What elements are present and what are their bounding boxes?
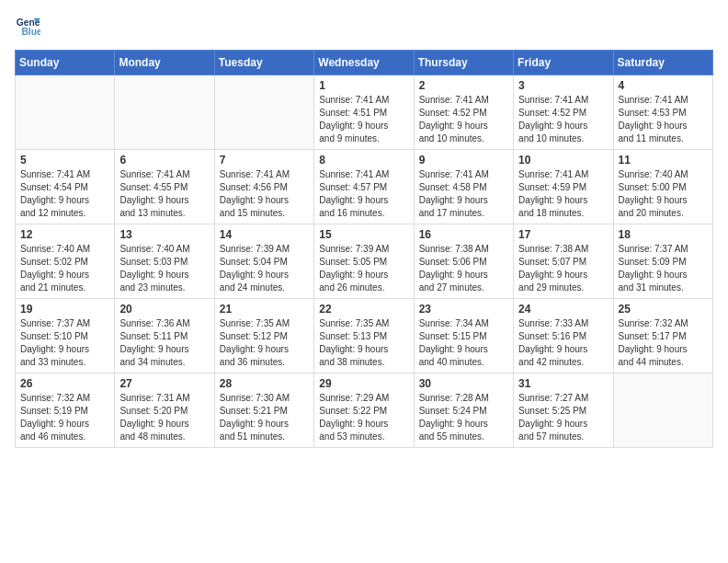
calendar-cell: 30Sunrise: 7:28 AM Sunset: 5:24 PM Dayli… [414,373,513,448]
day-number: 24 [518,303,608,316]
day-number: 18 [619,228,708,241]
calendar-week-5: 26Sunrise: 7:32 AM Sunset: 5:19 PM Dayli… [16,373,713,448]
calendar-cell: 16Sunrise: 7:38 AM Sunset: 5:06 PM Dayli… [414,224,513,299]
calendar: SundayMondayTuesdayWednesdayThursdayFrid… [15,50,713,448]
calendar-cell: 26Sunrise: 7:32 AM Sunset: 5:19 PM Dayli… [16,373,115,448]
day-number: 12 [20,228,109,241]
day-number: 27 [119,377,209,390]
day-header-tuesday: Tuesday [214,51,313,75]
day-info: Sunrise: 7:41 AM Sunset: 4:53 PM Dayligh… [619,94,708,145]
day-info: Sunrise: 7:30 AM Sunset: 5:21 PM Dayligh… [220,392,309,443]
calendar-cell [214,75,313,150]
day-number: 7 [220,154,309,167]
day-number: 17 [518,228,608,241]
calendar-cell: 14Sunrise: 7:39 AM Sunset: 5:04 PM Dayli… [214,224,313,299]
day-info: Sunrise: 7:31 AM Sunset: 5:20 PM Dayligh… [119,392,209,443]
day-number: 21 [220,303,309,316]
calendar-cell: 29Sunrise: 7:29 AM Sunset: 5:22 PM Dayli… [314,373,414,448]
day-info: Sunrise: 7:41 AM Sunset: 4:52 PM Dayligh… [419,94,508,145]
day-info: Sunrise: 7:41 AM Sunset: 4:55 PM Dayligh… [119,168,209,220]
calendar-cell: 12Sunrise: 7:40 AM Sunset: 5:02 PM Dayli… [16,224,115,299]
day-info: Sunrise: 7:38 AM Sunset: 5:07 PM Dayligh… [518,243,608,294]
day-info: Sunrise: 7:29 AM Sunset: 5:22 PM Dayligh… [319,392,408,443]
calendar-week-4: 19Sunrise: 7:37 AM Sunset: 5:10 PM Dayli… [16,299,713,373]
day-number: 23 [419,303,508,316]
day-info: Sunrise: 7:27 AM Sunset: 5:25 PM Dayligh… [518,392,608,443]
day-info: Sunrise: 7:37 AM Sunset: 5:09 PM Dayligh… [619,243,708,294]
calendar-cell: 21Sunrise: 7:35 AM Sunset: 5:12 PM Dayli… [214,299,313,373]
calendar-cell: 9Sunrise: 7:41 AM Sunset: 4:58 PM Daylig… [414,150,513,224]
calendar-cell: 4Sunrise: 7:41 AM Sunset: 4:53 PM Daylig… [613,75,712,150]
calendar-cell: 6Sunrise: 7:41 AM Sunset: 4:55 PM Daylig… [115,150,214,224]
calendar-header-row: SundayMondayTuesdayWednesdayThursdayFrid… [16,51,713,75]
calendar-cell: 1Sunrise: 7:41 AM Sunset: 4:51 PM Daylig… [314,75,414,150]
day-info: Sunrise: 7:37 AM Sunset: 5:10 PM Dayligh… [20,317,109,369]
day-number: 4 [619,79,708,92]
day-info: Sunrise: 7:41 AM Sunset: 4:51 PM Dayligh… [319,94,408,145]
day-number: 6 [119,154,209,167]
day-info: Sunrise: 7:28 AM Sunset: 5:24 PM Dayligh… [419,392,508,443]
calendar-cell: 17Sunrise: 7:38 AM Sunset: 5:07 PM Dayli… [514,224,613,299]
day-number: 2 [419,79,508,92]
calendar-cell: 8Sunrise: 7:41 AM Sunset: 4:57 PM Daylig… [314,150,414,224]
page-header: General Blue [15,15,713,40]
calendar-cell: 13Sunrise: 7:40 AM Sunset: 5:03 PM Dayli… [115,224,214,299]
logo-icon: General Blue [15,15,40,40]
calendar-cell: 20Sunrise: 7:36 AM Sunset: 5:11 PM Dayli… [115,299,214,373]
calendar-cell: 31Sunrise: 7:27 AM Sunset: 5:25 PM Dayli… [514,373,613,448]
calendar-cell: 3Sunrise: 7:41 AM Sunset: 4:52 PM Daylig… [514,75,613,150]
day-header-sunday: Sunday [16,51,115,75]
day-info: Sunrise: 7:39 AM Sunset: 5:05 PM Dayligh… [319,243,408,294]
day-number: 5 [20,154,109,167]
calendar-week-1: 1Sunrise: 7:41 AM Sunset: 4:51 PM Daylig… [16,75,713,150]
logo: General Blue [15,15,44,40]
day-number: 25 [619,303,708,316]
calendar-cell [613,373,712,448]
day-info: Sunrise: 7:34 AM Sunset: 5:15 PM Dayligh… [419,317,508,369]
day-info: Sunrise: 7:40 AM Sunset: 5:03 PM Dayligh… [119,243,209,294]
svg-text:Blue: Blue [21,27,40,37]
day-info: Sunrise: 7:35 AM Sunset: 5:12 PM Dayligh… [220,317,309,369]
day-info: Sunrise: 7:40 AM Sunset: 5:00 PM Dayligh… [619,168,708,220]
day-header-saturday: Saturday [613,51,712,75]
calendar-week-2: 5Sunrise: 7:41 AM Sunset: 4:54 PM Daylig… [16,150,713,224]
calendar-cell: 27Sunrise: 7:31 AM Sunset: 5:20 PM Dayli… [115,373,214,448]
day-number: 30 [419,377,508,390]
calendar-cell: 22Sunrise: 7:35 AM Sunset: 5:13 PM Dayli… [314,299,414,373]
day-header-monday: Monday [115,51,214,75]
day-info: Sunrise: 7:41 AM Sunset: 4:58 PM Dayligh… [419,168,508,220]
day-info: Sunrise: 7:40 AM Sunset: 5:02 PM Dayligh… [20,243,109,294]
calendar-cell: 10Sunrise: 7:41 AM Sunset: 4:59 PM Dayli… [514,150,613,224]
day-header-wednesday: Wednesday [314,51,414,75]
day-number: 13 [119,228,209,241]
day-number: 19 [20,303,109,316]
day-number: 11 [619,154,708,167]
day-info: Sunrise: 7:41 AM Sunset: 4:57 PM Dayligh… [319,168,408,220]
day-info: Sunrise: 7:35 AM Sunset: 5:13 PM Dayligh… [319,317,408,369]
calendar-cell: 2Sunrise: 7:41 AM Sunset: 4:52 PM Daylig… [414,75,513,150]
day-header-friday: Friday [514,51,613,75]
calendar-cell: 11Sunrise: 7:40 AM Sunset: 5:00 PM Dayli… [613,150,712,224]
day-number: 9 [419,154,508,167]
calendar-cell: 19Sunrise: 7:37 AM Sunset: 5:10 PM Dayli… [16,299,115,373]
day-info: Sunrise: 7:33 AM Sunset: 5:16 PM Dayligh… [518,317,608,369]
day-number: 20 [119,303,209,316]
day-info: Sunrise: 7:32 AM Sunset: 5:19 PM Dayligh… [20,392,109,443]
calendar-cell: 25Sunrise: 7:32 AM Sunset: 5:17 PM Dayli… [613,299,712,373]
day-info: Sunrise: 7:41 AM Sunset: 4:52 PM Dayligh… [518,94,608,145]
day-info: Sunrise: 7:39 AM Sunset: 5:04 PM Dayligh… [220,243,309,294]
calendar-cell: 28Sunrise: 7:30 AM Sunset: 5:21 PM Dayli… [214,373,313,448]
day-number: 16 [419,228,508,241]
calendar-week-3: 12Sunrise: 7:40 AM Sunset: 5:02 PM Dayli… [16,224,713,299]
day-number: 29 [319,377,408,390]
day-number: 26 [20,377,109,390]
day-info: Sunrise: 7:41 AM Sunset: 4:54 PM Dayligh… [20,168,109,220]
calendar-cell: 23Sunrise: 7:34 AM Sunset: 5:15 PM Dayli… [414,299,513,373]
day-number: 22 [319,303,408,316]
day-number: 14 [220,228,309,241]
calendar-cell: 7Sunrise: 7:41 AM Sunset: 4:56 PM Daylig… [214,150,313,224]
calendar-cell: 15Sunrise: 7:39 AM Sunset: 5:05 PM Dayli… [314,224,414,299]
day-header-thursday: Thursday [414,51,513,75]
calendar-cell: 18Sunrise: 7:37 AM Sunset: 5:09 PM Dayli… [613,224,712,299]
day-number: 15 [319,228,408,241]
